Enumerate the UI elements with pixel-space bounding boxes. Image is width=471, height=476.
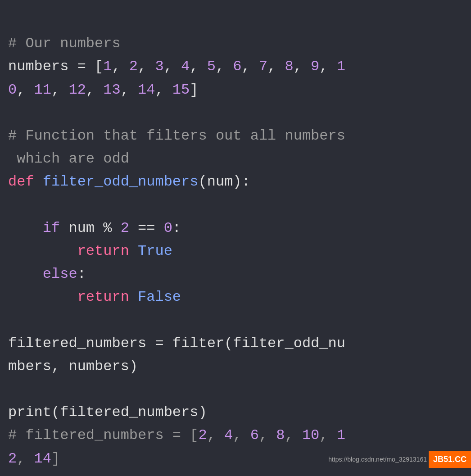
code-line — [8, 378, 463, 401]
code-line — [8, 308, 463, 331]
watermark-badge: JB51.CC — [429, 451, 471, 468]
code-line: numbers = [1, 2, 3, 4, 5, 6, 7, 8, 9, 1 — [8, 55, 463, 78]
code-line: # filtered_numbers = [2, 4, 6, 8, 10, 1 — [8, 424, 463, 447]
code-line: if num % 2 == 0: — [8, 217, 463, 240]
watermark: https://blog.csdn.net/mo_32913161 JB51.C… — [328, 451, 471, 468]
watermark-url: https://blog.csdn.net/mo_32913161 — [328, 454, 427, 464]
code-line: print(filtered_numbers) — [8, 401, 463, 424]
code-line: mbers, numbers) — [8, 355, 463, 378]
code-line — [8, 101, 463, 124]
code-line: def filter_odd_numbers(num): — [8, 170, 463, 193]
code-line: which are odd — [8, 147, 463, 170]
code-line: return False — [8, 286, 463, 308]
code-line: # Our numbers — [8, 32, 463, 55]
code-line: return True — [8, 240, 463, 263]
code-line — [8, 194, 463, 217]
code-line: 0, 11, 12, 13, 14, 15] — [8, 78, 463, 101]
code-line: # Function that filters out all numbers — [8, 124, 463, 147]
code-container: # Our numbers numbers = [1, 2, 3, 4, 5, … — [0, 0, 471, 476]
code-line: filtered_numbers = filter(filter_odd_nu — [8, 332, 463, 355]
code-line: else: — [8, 263, 463, 286]
